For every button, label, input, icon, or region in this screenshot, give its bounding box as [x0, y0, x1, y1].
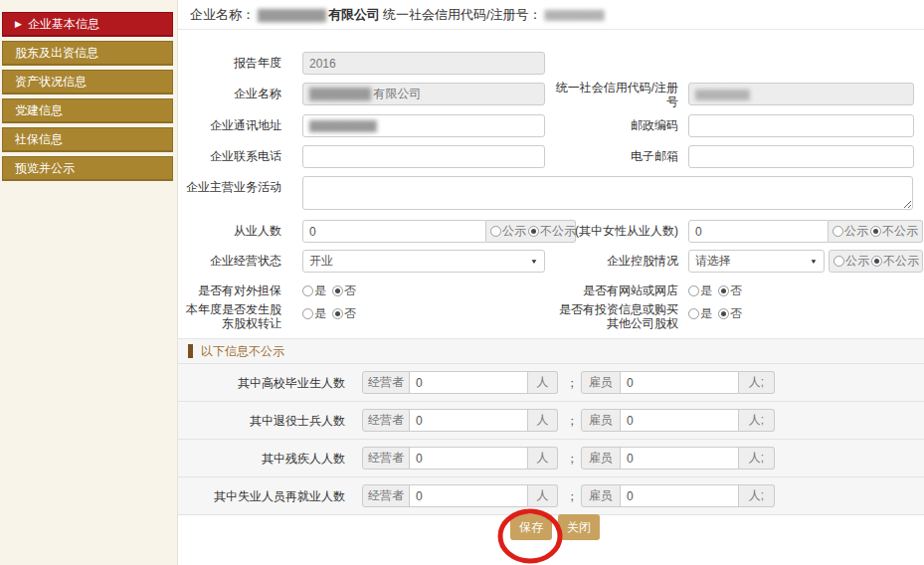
reemployed-operator-field[interactable] — [409, 484, 528, 507]
separator-text: ； — [566, 413, 578, 430]
radio-icon[interactable] — [688, 285, 699, 296]
postcode-field[interactable] — [688, 114, 914, 137]
not-publish-radio-label: 不公示 — [883, 251, 919, 272]
radio-icon[interactable] — [490, 226, 501, 237]
no-radio[interactable]: 否 — [332, 305, 356, 322]
radio-icon[interactable] — [870, 226, 881, 237]
radio-icon[interactable] — [332, 285, 343, 296]
main-business-field[interactable] — [302, 176, 913, 210]
address-field[interactable]: ███████████ — [302, 114, 545, 137]
operating-status-select[interactable]: 开业 ▼ — [302, 250, 545, 273]
yes-radio[interactable]: 是 — [688, 282, 712, 299]
sidebar-item-social-security[interactable]: 社保信息 — [2, 127, 173, 152]
postcode-label: 邮政编码 — [549, 114, 678, 137]
unit-suffix: 人 — [528, 484, 558, 507]
operator-prefix: 经营者 — [362, 371, 410, 394]
website-radios: 是 否 — [688, 280, 748, 302]
radio-icon[interactable] — [833, 256, 844, 267]
unit-suffix: 人 — [528, 409, 558, 432]
no-radio[interactable]: 否 — [718, 305, 742, 322]
company-name-redacted: ██████████ — [258, 9, 325, 21]
radio-icon[interactable] — [718, 308, 729, 319]
operator-prefix: 经营者 — [362, 409, 410, 432]
sidebar-item-basic-info[interactable]: ▶企业基本信息 — [2, 12, 173, 37]
no-label: 否 — [344, 282, 356, 299]
yes-label: 是 — [314, 305, 326, 322]
publish-radio[interactable]: 公示 — [832, 221, 868, 242]
graduates-operator-field[interactable] — [409, 371, 528, 394]
separator-text: ； — [566, 488, 578, 505]
radio-icon[interactable] — [688, 308, 699, 319]
radio-icon[interactable] — [871, 256, 882, 267]
graduates-employee-field[interactable] — [620, 371, 739, 394]
employees-label: 从业人数 — [178, 220, 281, 243]
radio-icon[interactable] — [332, 308, 343, 319]
radio-icon[interactable] — [832, 226, 843, 237]
phone-label: 企业联系电话 — [178, 145, 281, 168]
no-radio[interactable]: 否 — [332, 282, 356, 299]
sidebar-item-label: 企业基本信息 — [28, 17, 99, 31]
chevron-down-icon: ▼ — [530, 253, 538, 270]
disabled-employee-field[interactable] — [620, 447, 739, 470]
guarantee-radios: 是 否 — [302, 280, 362, 302]
report-year-label: 报告年度 — [178, 52, 281, 75]
not-publish-radio[interactable]: 不公示 — [871, 251, 919, 272]
disabled-operator-field[interactable] — [409, 447, 528, 470]
sidebar-item-shareholders[interactable]: 股东及出资信息 — [2, 41, 173, 66]
unit-suffix: 人 — [528, 447, 558, 470]
operator-prefix: 经营者 — [362, 484, 410, 507]
yes-label: 是 — [700, 305, 712, 322]
female-employees-field[interactable] — [688, 220, 829, 243]
close-button[interactable]: 关闭 — [558, 514, 600, 540]
credit-code-redacted: ███████████ — [545, 10, 604, 20]
yes-radio[interactable]: 是 — [302, 305, 326, 322]
save-button[interactable]: 保存 — [510, 514, 552, 540]
company-name-field[interactable]: █████████ 有限公司 — [302, 83, 545, 105]
sidebar-item-party-building[interactable]: 党建信息 — [2, 98, 173, 123]
employee-prefix: 雇员 — [581, 447, 621, 470]
employees-field[interactable] — [302, 220, 486, 243]
radio-icon[interactable] — [528, 226, 539, 237]
credit-code-field[interactable]: ██████████ — [688, 83, 914, 105]
main-panel: 企业名称： ██████████ 有限公司 统一社会信用代码/注册号： ████… — [177, 0, 924, 565]
yes-radio[interactable]: 是 — [302, 282, 326, 299]
yes-radio[interactable]: 是 — [688, 305, 712, 322]
publish-radio[interactable]: 公示 — [833, 251, 869, 272]
phone-field[interactable] — [302, 145, 545, 168]
yes-label: 是 — [700, 282, 712, 299]
report-year-field[interactable] — [302, 52, 545, 75]
female-employees-label: (其中女性从业人数) — [549, 220, 678, 243]
operating-status-label: 企业经营状态 — [178, 250, 281, 273]
investment-radios: 是 否 — [688, 302, 748, 325]
active-arrow-icon: ▶ — [15, 19, 22, 29]
not-publish-radio[interactable]: 不公示 — [870, 221, 918, 242]
radio-icon[interactable] — [302, 285, 313, 296]
not-public-section-header: 以下信息不公示 — [178, 339, 924, 364]
email-field[interactable] — [688, 145, 914, 168]
address-redacted: ███████████ — [309, 120, 376, 131]
page-header: 企业名称： ██████████ 有限公司 统一社会信用代码/注册号： ████… — [178, 0, 924, 30]
no-label: 否 — [730, 305, 742, 322]
veterans-label: 其中退役士兵人数 — [178, 413, 345, 430]
sidebar-item-preview-publish[interactable]: 预览并公示 — [2, 156, 173, 181]
not-public-section: 以下信息不公示 其中高校毕业生人数 经营者 人 ； 雇员 人; 其中退役士兵人数… — [178, 338, 924, 515]
veterans-operator-field[interactable] — [409, 409, 528, 432]
radio-icon[interactable] — [718, 285, 729, 296]
unit-suffix: 人; — [739, 447, 775, 470]
reemployed-employee-field[interactable] — [620, 484, 739, 507]
guarantee-label: 是否有对外担保 — [178, 280, 281, 302]
separator-text: ； — [566, 375, 578, 392]
sidebar-item-assets[interactable]: 资产状况信息 — [2, 70, 173, 94]
publish-radio[interactable]: 公示 — [490, 221, 526, 242]
radio-icon[interactable] — [302, 308, 313, 319]
holding-select[interactable]: 请选择 ▼ — [688, 250, 825, 273]
share-transfer-label: 本年度是否发生股东股权转让 — [178, 302, 281, 330]
graduates-label: 其中高校毕业生人数 — [178, 375, 345, 392]
unit-suffix: 人; — [739, 371, 775, 394]
veterans-employee-field[interactable] — [620, 409, 739, 432]
company-name-field-suffix: 有限公司 — [374, 87, 422, 100]
no-radio[interactable]: 否 — [718, 282, 742, 299]
company-name-field-redacted: █████████ — [309, 88, 370, 99]
employee-prefix: 雇员 — [581, 409, 621, 432]
not-public-section-title: 以下信息不公示 — [201, 343, 284, 360]
